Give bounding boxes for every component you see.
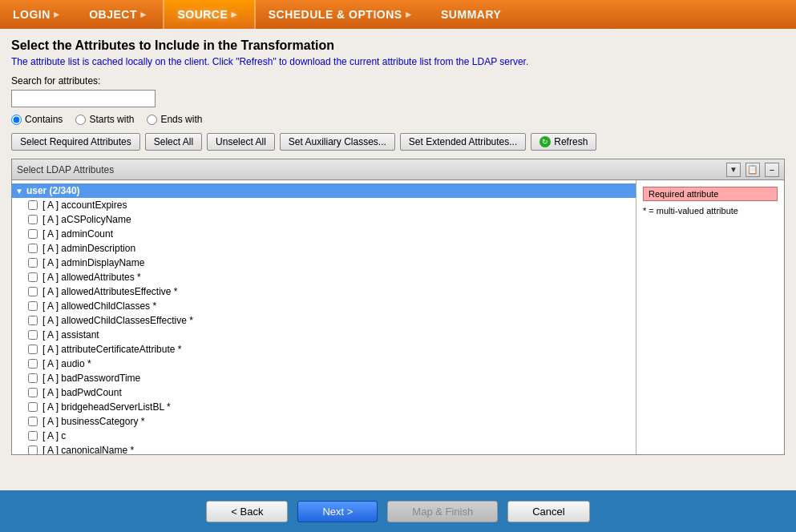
page-title: Select the Attributes to Include in the …	[11, 38, 785, 53]
ldap-panel: Select LDAP Attributes ▼ 📋 − ▼ user (2/3…	[11, 159, 785, 455]
list-item[interactable]: [ A ] badPasswordTime	[12, 371, 636, 385]
back-button[interactable]: < Back	[206, 501, 288, 522]
attr-checkbox-13[interactable]	[28, 388, 38, 397]
refresh-icon: ↻	[539, 136, 551, 147]
nav-arrow-2: ►	[139, 9, 148, 20]
attribute-list: ▼ user (2/340) [ A ] accountExpires [ A …	[12, 180, 636, 454]
attr-checkbox-4[interactable]	[28, 258, 38, 268]
list-item[interactable]: [ A ] businessCategory *	[12, 414, 636, 429]
copy-icon: 📋	[747, 164, 758, 175]
action-buttons: Select Required Attributes Select All Un…	[11, 133, 785, 151]
select-all-button[interactable]: Select All	[145, 133, 202, 151]
nav-arrow-3: ►	[229, 9, 239, 20]
search-label: Search for attributes:	[11, 75, 785, 87]
list-item[interactable]: [ A ] audio *	[12, 357, 636, 371]
list-item[interactable]: [ A ] c	[12, 429, 636, 443]
radio-ends-with[interactable]: Ends with	[147, 114, 202, 125]
nav-arrow-1: ►	[52, 9, 62, 20]
attr-checkbox-8[interactable]	[28, 316, 38, 325]
ldap-body: ▼ user (2/340) [ A ] accountExpires [ A …	[12, 180, 784, 454]
list-item[interactable]: [ A ] allowedAttributesEffective *	[12, 284, 636, 299]
ldap-collapse-button[interactable]: −	[765, 163, 779, 177]
legend-multi-label: * = multi-valued attribute	[643, 206, 778, 216]
group-header-user[interactable]: ▼ user (2/340)	[12, 183, 636, 198]
legend-required-label: Required attribute	[643, 187, 778, 201]
radio-starts-with[interactable]: Starts with	[75, 114, 134, 125]
attr-checkbox-17[interactable]	[28, 445, 38, 454]
main-content: Select the Attributes to Include in the …	[0, 29, 796, 490]
nav-login[interactable]: LOGIN ►	[0, 0, 76, 29]
dropdown-arrow-icon: ▼	[729, 165, 737, 174]
nav-object[interactable]: OBJECT ►	[76, 0, 163, 29]
collapse-icon: −	[770, 165, 774, 175]
radio-contains[interactable]: Contains	[11, 114, 63, 125]
ldap-copy-button[interactable]: 📋	[745, 163, 760, 177]
attr-checkbox-10[interactable]	[28, 345, 38, 354]
attr-checkbox-16[interactable]	[28, 431, 38, 441]
list-item[interactable]: [ A ] adminDescription	[12, 241, 636, 256]
list-item[interactable]: [ A ] allowedAttributes *	[12, 270, 636, 284]
attr-checkbox-14[interactable]	[28, 402, 38, 412]
set-auxiliary-button[interactable]: Set Auxiliary Classes...	[280, 133, 395, 151]
refresh-button[interactable]: ↻ Refresh	[531, 133, 596, 151]
list-item[interactable]: [ A ] canonicalName *	[12, 443, 636, 454]
attr-checkbox-12[interactable]	[28, 373, 38, 383]
nav-arrow-4: ►	[404, 9, 414, 20]
list-item[interactable]: [ A ] bridgeheadServerListBL *	[12, 400, 636, 414]
attr-checkbox-0[interactable]	[28, 200, 38, 210]
next-button[interactable]: Next >	[297, 501, 378, 522]
ldap-dropdown-button[interactable]: ▼	[726, 163, 741, 177]
attr-checkbox-6[interactable]	[28, 287, 38, 296]
list-item[interactable]: [ A ] badPwdCount	[12, 385, 636, 400]
list-item[interactable]: [ A ] allowedChildClassesEffective *	[12, 313, 636, 328]
unselect-all-button[interactable]: Unselect All	[207, 133, 275, 151]
search-input[interactable]	[11, 90, 156, 107]
attr-checkbox-11[interactable]	[28, 359, 38, 369]
page-subtitle: The attribute list is cached locally on …	[11, 56, 785, 67]
group-label: user (2/340)	[26, 185, 80, 196]
set-extended-button[interactable]: Set Extended Attributes...	[400, 133, 526, 151]
ldap-panel-title: Select LDAP Attributes	[17, 164, 721, 175]
list-item[interactable]: [ A ] adminDisplayName	[12, 256, 636, 270]
group-toggle-icon: ▼	[15, 187, 23, 195]
attr-checkbox-15[interactable]	[28, 417, 38, 426]
nav-schedule[interactable]: SCHEDULE & OPTIONS ►	[256, 0, 428, 29]
bottom-bar: < Back Next > Map & Finish Cancel	[0, 490, 796, 532]
attr-checkbox-5[interactable]	[28, 272, 38, 282]
legend-panel: Required attribute * = multi-valued attr…	[636, 180, 784, 454]
list-item[interactable]: [ A ] aCSPolicyName	[12, 212, 636, 227]
attr-checkbox-1[interactable]	[28, 215, 38, 224]
select-required-button[interactable]: Select Required Attributes	[11, 133, 140, 151]
list-item[interactable]: [ A ] adminCount	[12, 227, 636, 241]
nav-summary[interactable]: SUMMARY	[428, 0, 514, 29]
ldap-header: Select LDAP Attributes ▼ 📋 −	[12, 159, 784, 180]
cancel-button[interactable]: Cancel	[507, 501, 589, 522]
list-item[interactable]: [ A ] attributeCertificateAttribute *	[12, 342, 636, 357]
attr-checkbox-2[interactable]	[28, 229, 38, 239]
list-item[interactable]: [ A ] allowedChildClasses *	[12, 299, 636, 313]
map-finish-button: Map & Finish	[387, 501, 498, 522]
nav-source[interactable]: SOURCE ►	[163, 0, 255, 29]
attr-checkbox-7[interactable]	[28, 301, 38, 311]
attr-checkbox-3[interactable]	[28, 244, 38, 253]
navigation-bar: LOGIN ► OBJECT ► SOURCE ► SCHEDULE & OPT…	[0, 0, 796, 29]
search-type-group: Contains Starts with Ends with	[11, 114, 785, 125]
list-item[interactable]: [ A ] assistant	[12, 328, 636, 342]
list-item[interactable]: [ A ] accountExpires	[12, 198, 636, 212]
attr-checkbox-9[interactable]	[28, 330, 38, 340]
